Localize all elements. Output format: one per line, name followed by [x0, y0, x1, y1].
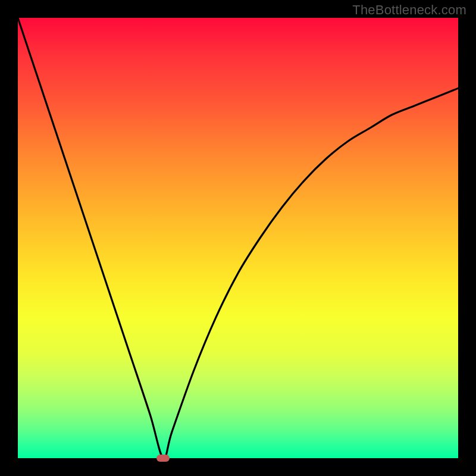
bottleneck-curve [18, 18, 458, 458]
plot-area [18, 18, 458, 458]
optimal-point-marker [156, 455, 170, 462]
watermark-text: TheBottleneck.com [352, 2, 466, 18]
curve-svg [18, 18, 458, 458]
